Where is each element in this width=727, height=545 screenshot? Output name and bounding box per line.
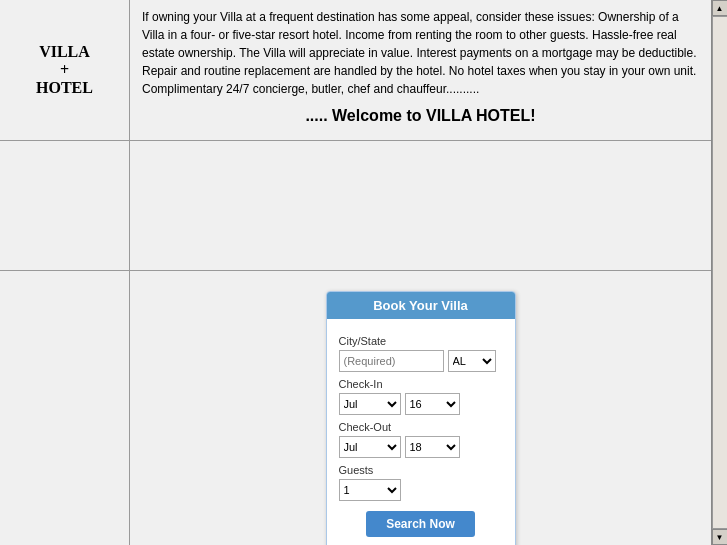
search-button[interactable]: Search Now <box>366 511 475 537</box>
logo-line1: VILLA <box>39 43 90 60</box>
scrollbar-track[interactable] <box>712 16 728 529</box>
city-row: ALAKAZARCACOCTDEFLGAHIIDILINIAKSKYLAMEMD… <box>339 350 503 372</box>
middle-left-cell <box>0 141 130 270</box>
checkout-day-select[interactable]: 1234567891011121314151617181920212223242… <box>405 436 460 458</box>
booking-body: City/State ALAKAZARCACOCTDEFLGAHIIDILINI… <box>327 319 515 545</box>
scroll-down-button[interactable]: ▼ <box>712 529 728 545</box>
middle-right-cell <box>130 141 711 270</box>
booking-header: Book Your Villa <box>327 292 515 319</box>
top-row: VILLA + HOTEL If owning your Villa at a … <box>0 0 711 141</box>
description-text: If owning your Villa at a frequent desti… <box>142 8 699 98</box>
city-input[interactable] <box>339 350 444 372</box>
checkout-label: Check-Out <box>339 421 503 433</box>
checkout-row: JanFebMarAprMayJunJulAugSepOctNovDec 123… <box>339 436 503 458</box>
bottom-row: Book Your Villa City/State ALAKAZARCACOC… <box>0 271 711 545</box>
guests-select[interactable]: 12345678 <box>339 479 401 501</box>
logo-plus: + <box>60 61 69 78</box>
checkout-month-select[interactable]: JanFebMarAprMayJunJulAugSepOctNovDec <box>339 436 401 458</box>
scroll-up-button[interactable]: ▲ <box>712 0 728 16</box>
logo-line3: HOTEL <box>36 79 93 96</box>
checkin-day-select[interactable]: 1234567891011121314151617181920212223242… <box>405 393 460 415</box>
bottom-left-cell <box>0 271 130 545</box>
logo-cell: VILLA + HOTEL <box>0 0 130 140</box>
guests-label: Guests <box>339 464 503 476</box>
checkin-label: Check-In <box>339 378 503 390</box>
city-label: City/State <box>339 335 503 347</box>
checkin-month-select[interactable]: JanFebMarAprMayJunJulAugSepOctNovDec <box>339 393 401 415</box>
description-cell: If owning your Villa at a frequent desti… <box>130 0 711 140</box>
welcome-text: ..... Welcome to VILLA HOTEL! <box>142 104 699 128</box>
guests-row: 12345678 <box>339 479 503 501</box>
bottom-right-cell: Book Your Villa City/State ALAKAZARCACOC… <box>130 271 711 545</box>
logo: VILLA + HOTEL <box>36 43 93 97</box>
state-select[interactable]: ALAKAZARCACOCTDEFLGAHIIDILINIAKSKYLAMEMD… <box>448 350 496 372</box>
booking-widget: Book Your Villa City/State ALAKAZARCACOC… <box>326 291 516 545</box>
checkin-row: JanFebMarAprMayJunJulAugSepOctNovDec 123… <box>339 393 503 415</box>
scrollbar: ▲ ▼ <box>711 0 727 545</box>
middle-row <box>0 141 711 271</box>
